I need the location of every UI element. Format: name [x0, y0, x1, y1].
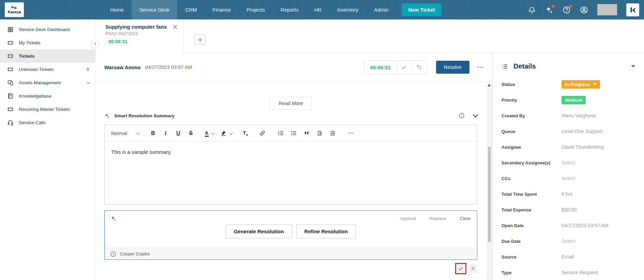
field-value[interactable]: Service Request [561, 270, 598, 275]
field-value[interactable]: 04/27/2023 03:57 AM [561, 223, 609, 228]
nav-item[interactable]: Finance [205, 0, 239, 19]
field-value[interactable]: Select [561, 238, 575, 244]
info-icon[interactable] [459, 113, 465, 119]
refine-resolution-button[interactable]: Refine Resolution [296, 224, 356, 238]
field-label: Type [501, 270, 561, 275]
strikethrough-button[interactable]: S [188, 130, 194, 136]
sidebar-item[interactable]: Assets Management [0, 76, 95, 89]
field-value[interactable]: David Thunderberg [561, 144, 604, 150]
nav-item[interactable]: Home [102, 0, 132, 19]
nav-icon[interactable] [563, 6, 571, 14]
field-value-text: Select [561, 238, 575, 244]
field-value[interactable]: Email [561, 254, 574, 260]
clear-formatting-button[interactable]: Tx [243, 130, 248, 137]
highlight-color-button[interactable] [220, 130, 232, 136]
save-field-button[interactable] [456, 264, 465, 273]
scroll-up-arrow[interactable] [488, 84, 491, 86]
details-fields: Status In Progress Priority Medium [501, 76, 635, 280]
ai-sparkle-icon [110, 216, 116, 221]
sidebar-item[interactable]: Knowledgebase [0, 89, 95, 103]
main-nav: Home Service Desk CRM Finance Projects R… [102, 0, 396, 19]
underline-button[interactable]: U [175, 130, 181, 136]
generate-resolution-button[interactable]: Generate Resolution [226, 224, 292, 238]
read-more-button[interactable]: Read More [270, 97, 312, 110]
vertical-scrollbar[interactable] [486, 82, 492, 280]
detail-field-row: CCs Select [501, 171, 635, 186]
detail-field-row: Type Service Request [501, 265, 635, 280]
field-value[interactable]: Medium [561, 96, 586, 104]
nav-icon[interactable] [528, 6, 536, 14]
editor-textarea[interactable]: This is a sample summary. [105, 142, 477, 204]
chevron-down-icon [229, 131, 233, 134]
field-value[interactable]: 8 hrs [561, 191, 572, 197]
toolbar-more-button[interactable] [348, 130, 354, 136]
sidebar-item[interactable]: Service Calls [0, 116, 95, 129]
blockquote-button[interactable] [303, 130, 310, 136]
sidebar-item[interactable]: Service Desk Dashboard [0, 23, 95, 36]
ticket-id: PSA2-04272023 [105, 31, 178, 36]
sidebar-collapse-button[interactable] [91, 39, 100, 48]
dashboard-icon [7, 26, 14, 33]
collapse-panel-icon[interactable] [631, 65, 635, 68]
nav-item[interactable]: Reports [273, 0, 306, 19]
timer-reset-button[interactable] [411, 61, 426, 74]
italic-button[interactable]: I [163, 130, 169, 136]
ticket-icon [7, 106, 14, 113]
devices-icon [7, 79, 14, 86]
nav-item[interactable]: HR [306, 0, 330, 19]
collapse-section-icon[interactable] [473, 112, 478, 117]
link-icon[interactable] [259, 130, 266, 136]
kaseya-one-button[interactable] [626, 3, 639, 16]
more-options-button[interactable] [477, 63, 484, 71]
new-tab-button[interactable] [195, 34, 205, 45]
nav-item[interactable]: Admin [366, 0, 396, 19]
text-color-button[interactable]: A [205, 130, 214, 137]
nav-item[interactable]: Projects [239, 0, 273, 19]
nav-item[interactable]: CRM [177, 0, 205, 19]
detail-field-row: Priority Medium [501, 92, 635, 108]
ordered-list-button[interactable]: 123 [278, 130, 284, 136]
outdent-button[interactable] [316, 130, 323, 136]
kaseya-chevron-icon [11, 5, 18, 10]
nav-icon[interactable] [545, 6, 553, 14]
detail-field-row: Open Date 04/27/2023 03:57 AM [501, 218, 635, 233]
ticket-tab[interactable]: Supplying computer fans PSA2-04272023 00… [101, 19, 183, 53]
nav-item[interactable]: Service Desk [132, 0, 177, 19]
sidebar-item[interactable]: Unknown Tickets 0 [0, 63, 95, 76]
tab-close-icon[interactable] [173, 25, 178, 29]
kaseya-logo[interactable]: Kaseya [5, 2, 24, 17]
scrollbar-thumb[interactable] [488, 147, 491, 242]
sidebar-item-label: Service Desk Dashboard [19, 27, 70, 32]
field-value-text: Email [561, 254, 574, 260]
resolve-button[interactable]: Resolve [436, 61, 469, 74]
nav-icon[interactable] [580, 6, 588, 14]
bullet-list-button[interactable] [290, 130, 297, 136]
book-icon [7, 93, 14, 99]
indent-button[interactable] [329, 130, 336, 136]
details-panel: Details Status In Progress Priority [492, 53, 644, 280]
new-ticket-button[interactable]: New Ticket [402, 3, 441, 16]
nav-item[interactable]: Inventory [329, 0, 366, 19]
replace-button[interactable]: Replace [429, 216, 446, 221]
sidebar-item[interactable]: Recurring Master Tickets [0, 103, 95, 116]
field-value[interactable]: Select [561, 160, 575, 165]
append-button[interactable]: Append [400, 216, 416, 221]
profile-icon [580, 6, 588, 14]
paragraph-style-select[interactable]: Normal [111, 131, 139, 136]
tab-strip: Supplying computer fans PSA2-04272023 00… [95, 19, 644, 53]
field-value[interactable]: In Progress [561, 80, 600, 89]
svg-text:3: 3 [278, 134, 280, 136]
clear-button[interactable]: Clear [460, 216, 471, 221]
cancel-field-button[interactable] [469, 264, 477, 273]
sidebar-item[interactable]: My Tickets [0, 36, 95, 49]
tab-timer: 00:06:51 [105, 38, 131, 45]
ticket-icon [7, 66, 14, 73]
bold-button[interactable]: B [150, 130, 156, 136]
timer-commit-button[interactable] [396, 61, 411, 74]
field-value[interactable]: $30.00 [561, 207, 576, 212]
nav-item-label: CRM [185, 7, 197, 13]
field-value[interactable]: Manu Varghese [561, 113, 596, 118]
sidebar-item[interactable]: Tickets [0, 49, 95, 63]
field-value[interactable]: Select [561, 176, 575, 181]
field-value[interactable]: Level One Support [561, 129, 603, 134]
